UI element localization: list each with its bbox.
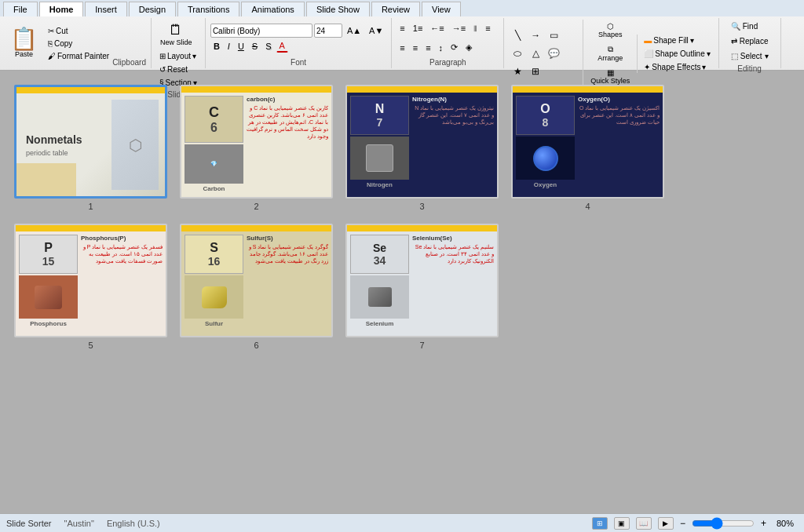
align-right-button[interactable]: ≡ xyxy=(410,42,421,54)
new-slide-button[interactable]: 🗒 New Slide xyxy=(156,20,196,49)
underline-button[interactable]: U xyxy=(235,40,247,53)
shape-rect[interactable]: ▭ xyxy=(545,27,562,44)
slide3-arabic: نیتروژن یک عنصر شیمیایی با نماد N و عدد … xyxy=(412,104,494,126)
slide-sorter-area: Nonmetals periodic table ⬡ 1 C xyxy=(0,71,804,513)
slide-1-thumbnail[interactable]: Nonmetals periodic table ⬡ xyxy=(14,85,167,199)
bold-button[interactable]: B xyxy=(210,40,223,53)
slide-5-thumbnail[interactable]: P 15 Phosphorus Phosphorus(P) فسفر یک عن… xyxy=(14,224,167,337)
slide-4-thumbnail[interactable]: O 8 Oxygen Oxygen(O) اکسیژن یک عنصر شیمی… xyxy=(511,85,664,199)
decrease-indent-button[interactable]: ←≡ xyxy=(427,22,447,35)
text-direction-button[interactable]: ⟳ xyxy=(448,41,461,54)
zoom-minus-button[interactable]: − xyxy=(680,518,685,529)
tab-design[interactable]: Design xyxy=(129,2,176,16)
slide-7-wrap: Se 34 Selenium Selenium(Se) سلنیم یک عنص… xyxy=(345,224,499,350)
layout-button[interactable]: ⊞ Layout▾ xyxy=(156,50,199,62)
quick-styles-button[interactable]: ▦ Quick Styles xyxy=(587,66,634,87)
tab-view[interactable]: View xyxy=(422,2,461,16)
slide-4-wrap: O 8 Oxygen Oxygen(O) اکسیژن یک عنصر شیمی… xyxy=(511,85,664,211)
slideshow-view-button[interactable]: ▶ xyxy=(658,517,674,530)
cut-button[interactable]: ✂ Cut xyxy=(45,25,112,37)
font-color-button[interactable]: A xyxy=(276,39,288,53)
shape-more[interactable]: ⊞ xyxy=(527,63,544,80)
slide-5-content: P 15 Phosphorus Phosphorus(P) فسفر یک عن… xyxy=(16,225,166,336)
ribbon-content: 📋 Paste ✂ Cut ⎘ Copy 🖌 Format Painter xyxy=(0,16,804,70)
reset-button[interactable]: ↺ Reset xyxy=(156,64,191,75)
slide4-arabic: اکسیژن یک عنصر شیمیایی با نماد O و عدد ا… xyxy=(578,104,660,126)
editing-buttons: 🔍 Find ⇄ Replace ⬚ Select▾ xyxy=(724,20,776,63)
columns-button[interactable]: ⫴ xyxy=(470,22,481,35)
slide-4-content: O 8 Oxygen Oxygen(O) اکسیژن یک عنصر شیمی… xyxy=(513,86,663,197)
tab-slideshow[interactable]: Slide Show xyxy=(306,2,370,16)
slide-2-content: C 6 💎 Carbon carbon(c) کاربن یک عنصر شیم… xyxy=(181,86,331,197)
increase-font-button[interactable]: A▲ xyxy=(344,24,364,37)
shape-triangle[interactable]: △ xyxy=(527,45,544,62)
align-left-button[interactable]: ≡ xyxy=(482,22,493,35)
editing-label: Editing xyxy=(737,63,762,73)
copy-button[interactable]: ⎘ Copy xyxy=(45,38,112,49)
theme-label: "Austin" xyxy=(64,519,93,528)
find-icon: 🔍 xyxy=(731,22,740,31)
slide-sorter-view-button[interactable]: ⊞ xyxy=(592,517,608,530)
shadow-button[interactable]: S xyxy=(262,40,274,53)
slide-1-number: 1 xyxy=(88,202,93,211)
arrange-button[interactable]: ⧉ Arrange xyxy=(587,42,634,64)
replace-button[interactable]: ⇄ Replace xyxy=(727,35,773,48)
slide-1-content: Nonmetals periodic table ⬡ xyxy=(16,87,165,196)
shape-effects-button[interactable]: ✦ Shape Effects▾ xyxy=(641,61,713,73)
slide7-arabic: سلنیم یک عنصر شیمیایی با نماد Se و عدد ا… xyxy=(412,243,494,264)
shapes-button[interactable]: ⬡ Shapes xyxy=(587,20,634,41)
italic-button[interactable]: I xyxy=(225,40,233,53)
shape-oval[interactable]: ⬭ xyxy=(509,45,526,62)
numbering-button[interactable]: 1≡ xyxy=(410,22,426,35)
slide-6-wrap: S 16 Sulfur Sulfur(S) گوگرد یک عنصر شیمی… xyxy=(180,224,333,350)
font-controls: A▲ A▼ B I U S S A xyxy=(210,24,386,53)
strikethrough-button[interactable]: S xyxy=(249,40,261,53)
select-button[interactable]: ⬚ Select▾ xyxy=(727,49,773,63)
shape-fill-button[interactable]: ▬ Shape Fill▾ xyxy=(641,35,713,46)
font-size-input[interactable] xyxy=(314,24,342,38)
view-mode-label[interactable]: Slide Sorter xyxy=(6,519,51,528)
slide-3-thumbnail[interactable]: N 7 Nitrogen Nitrogen(N) نیتروژن یک عنصر… xyxy=(345,85,499,199)
slide-6-thumbnail[interactable]: S 16 Sulfur Sulfur(S) گوگرد یک عنصر شیمی… xyxy=(180,224,333,337)
find-button[interactable]: 🔍 Find xyxy=(727,20,773,33)
shape-line[interactable]: ╲ xyxy=(509,27,526,44)
normal-view-button[interactable]: ▣ xyxy=(614,517,630,530)
tab-animations[interactable]: Animations xyxy=(241,2,304,16)
arrange-icon: ⧉ xyxy=(608,45,613,54)
line-spacing-button[interactable]: ↕ xyxy=(436,42,447,54)
slide-2-thumbnail[interactable]: C 6 💎 Carbon carbon(c) کاربن یک عنصر شیم… xyxy=(180,85,333,199)
replace-icon: ⇄ xyxy=(731,37,737,46)
tab-transitions[interactable]: Transitions xyxy=(177,2,239,16)
shape-callout[interactable]: 💬 xyxy=(545,45,562,62)
copy-icon: ⎘ xyxy=(48,39,53,48)
shape-outline-button[interactable]: ⬜ Shape Outline▾ xyxy=(641,48,713,60)
language-label[interactable]: English (U.S.) xyxy=(107,519,160,528)
paste-button[interactable]: 📋 Paste xyxy=(5,20,43,67)
tab-review[interactable]: Review xyxy=(371,2,420,16)
zoom-slider[interactable] xyxy=(692,519,755,528)
align-center-button[interactable]: ≡ xyxy=(397,42,407,54)
decrease-font-button[interactable]: A▼ xyxy=(366,24,386,37)
slide-5-number: 5 xyxy=(88,341,93,350)
shape-arrow[interactable]: → xyxy=(527,27,544,44)
tab-insert[interactable]: Insert xyxy=(85,2,127,16)
zoom-level-label[interactable]: 80% xyxy=(773,519,798,528)
zoom-plus-button[interactable]: + xyxy=(761,518,766,529)
font-name-input[interactable] xyxy=(210,24,312,38)
font-bottom-row: B I U S S A xyxy=(210,39,386,53)
smart-art-button[interactable]: ◈ xyxy=(462,41,475,54)
font-top-row: A▲ A▼ xyxy=(210,24,386,38)
format-painter-icon: 🖌 xyxy=(48,52,56,60)
reading-view-button[interactable]: 📖 xyxy=(636,517,652,530)
format-painter-button[interactable]: 🖌 Format Painter xyxy=(45,50,112,62)
quick-styles-icon: ▦ xyxy=(607,68,614,77)
shape-star[interactable]: ★ xyxy=(509,63,526,80)
tab-file[interactable]: File xyxy=(3,2,38,16)
justify-button[interactable]: ≡ xyxy=(422,42,433,54)
status-left: Slide Sorter "Austin" English (U.S.) xyxy=(6,519,160,528)
increase-indent-button[interactable]: →≡ xyxy=(449,22,469,35)
slide-3-wrap: N 7 Nitrogen Nitrogen(N) نیتروژن یک عنصر… xyxy=(345,85,499,211)
tab-home[interactable]: Home xyxy=(39,2,84,16)
slide-7-thumbnail[interactable]: Se 34 Selenium Selenium(Se) سلنیم یک عنص… xyxy=(345,224,499,337)
bullets-button[interactable]: ≡ xyxy=(397,22,407,35)
